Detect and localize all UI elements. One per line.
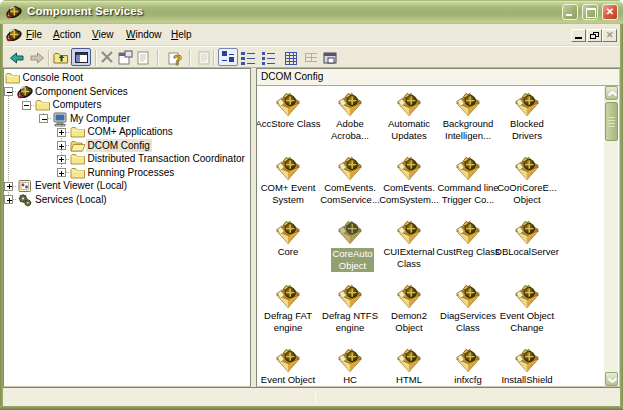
svg-text:?: ? bbox=[173, 51, 182, 68]
